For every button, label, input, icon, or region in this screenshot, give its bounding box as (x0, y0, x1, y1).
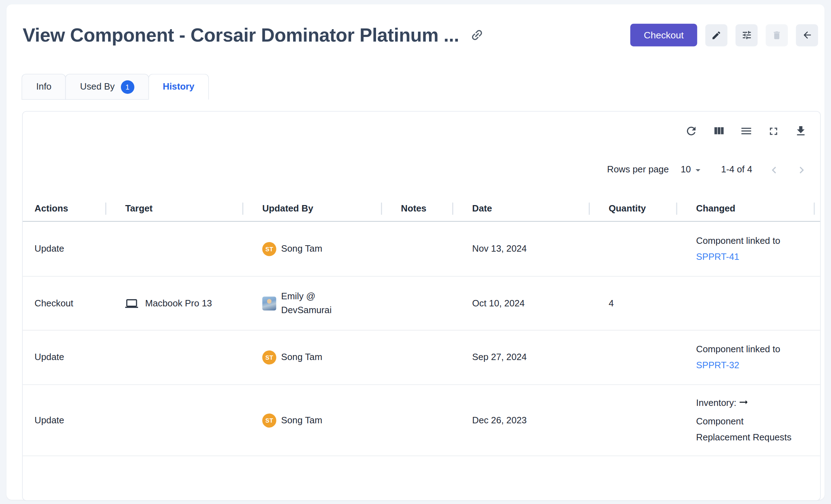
tab-used-by[interactable]: Used By 1 (65, 74, 149, 100)
columns-button[interactable] (712, 124, 725, 137)
rows-per-page-select[interactable]: 10 (681, 164, 704, 176)
page-header: View Component - Corsair Dominator Plati… (6, 4, 825, 46)
avatar: ST (262, 413, 276, 427)
updated-by-name: Song Tam (281, 413, 322, 427)
download-icon (794, 124, 807, 137)
tab-info-label: Info (36, 81, 52, 92)
date-cell: Dec 26, 2023 (452, 385, 589, 456)
target-cell (105, 221, 242, 276)
sliders-icon (741, 30, 752, 40)
target-cell: Macbook Pro 13 (105, 277, 242, 330)
chevron-right-icon (795, 163, 808, 177)
arrow-left-icon (801, 30, 812, 40)
pagination-range: 1-4 of 4 (721, 165, 752, 175)
action-cell: Update (23, 331, 105, 385)
table-header-row: Actions Target Updated By Notes Date Qua… (23, 196, 820, 222)
fullscreen-button[interactable] (767, 125, 780, 137)
updated-by-cell: Emily @ DevSamurai (242, 277, 381, 330)
fullscreen-icon (767, 125, 780, 137)
rows-per-page-value: 10 (681, 165, 691, 175)
updated-by-cell: ST Song Tam (242, 221, 381, 276)
column-header-date[interactable]: Date (452, 196, 589, 221)
table-row: Update ST Song Tam Sep 27, 2024 Componen… (23, 331, 820, 385)
header-actions: Checkout (630, 24, 818, 47)
changed-cell: Component linked to SPPRT-41 (676, 221, 821, 276)
link-icon[interactable] (467, 25, 487, 45)
refresh-icon (685, 124, 698, 137)
columns-icon (712, 124, 725, 137)
grid-footer (23, 456, 820, 499)
changed-text: Component linked to (696, 344, 780, 354)
density-icon (740, 124, 753, 137)
date-cell: Sep 27, 2024 (452, 331, 589, 385)
column-header-updated-by[interactable]: Updated By (242, 196, 381, 221)
trash-icon (772, 30, 782, 40)
refresh-button[interactable] (685, 124, 698, 137)
checkout-button[interactable]: Checkout (630, 24, 697, 47)
changed-cell (676, 277, 821, 330)
action-cell: Checkout (23, 277, 105, 330)
column-header-actions[interactable]: Actions (23, 196, 105, 221)
notes-cell (381, 277, 452, 330)
tab-bar: Info Used By 1 History (22, 74, 825, 100)
notes-cell (381, 331, 452, 385)
app-viewport: View Component - Corsair Dominator Plati… (0, 0, 831, 504)
avatar: ST (262, 242, 276, 256)
laptop-icon (125, 297, 138, 310)
view-component-page: View Component - Corsair Dominator Plati… (6, 4, 825, 500)
grid-toolbar (23, 122, 808, 140)
updated-by-cell: ST Song Tam (242, 385, 381, 456)
next-page-button[interactable] (795, 163, 808, 177)
chevron-down-icon (693, 164, 704, 176)
density-button[interactable] (740, 124, 753, 137)
arrow-right-icon (737, 400, 749, 410)
changed-cell: Inventory: Component Replacement Request… (676, 385, 821, 456)
action-cell: Update (23, 385, 105, 456)
date-cell: Nov 13, 2024 (452, 221, 589, 276)
download-button[interactable] (794, 124, 807, 137)
changed-text: Component linked to (696, 235, 780, 246)
target-cell (105, 385, 242, 456)
column-header-quantity[interactable]: Quantity (589, 196, 676, 221)
changed-cell: Component linked to SPPRT-32 (676, 331, 821, 385)
changed-link[interactable]: SPPRT-41 (696, 252, 739, 262)
rows-per-page-label: Rows per page (607, 165, 669, 175)
action-cell: Update (23, 221, 105, 276)
column-header-notes[interactable]: Notes (381, 196, 452, 221)
avatar: ST (262, 350, 276, 364)
back-button[interactable] (796, 24, 818, 46)
settings-button[interactable] (736, 24, 758, 46)
table-row: Update ST Song Tam Dec 26, 2023 Inventor… (23, 385, 820, 456)
edit-button[interactable] (705, 24, 727, 46)
updated-by-name: Song Tam (281, 242, 322, 256)
changed-text: Component Replacement Requests (696, 416, 792, 442)
updated-by-name: Emily @ DevSamurai (281, 289, 338, 317)
date-cell: Oct 10, 2024 (452, 277, 589, 330)
target-cell (105, 331, 242, 385)
changed-link[interactable]: SPPRT-32 (696, 360, 739, 370)
page-title: View Component - Corsair Dominator Plati… (23, 24, 459, 46)
tab-history[interactable]: History (148, 74, 209, 100)
tab-history-label: History (163, 81, 195, 92)
chevron-left-icon (767, 163, 781, 177)
pencil-icon (711, 30, 721, 40)
delete-button[interactable] (766, 24, 788, 46)
quantity-cell: 4 (589, 277, 676, 330)
target-label: Macbook Pro 13 (145, 298, 212, 309)
column-header-changed[interactable]: Changed (676, 196, 821, 221)
notes-cell (381, 221, 452, 276)
table-row: Update ST Song Tam Nov 13, 2024 Componen… (23, 221, 820, 277)
previous-page-button[interactable] (767, 163, 781, 177)
notes-cell (381, 385, 452, 456)
column-header-target[interactable]: Target (105, 196, 242, 221)
quantity-cell (589, 385, 676, 456)
quantity-cell (589, 221, 676, 276)
avatar (262, 296, 276, 310)
changed-prefix: Inventory: (696, 398, 736, 408)
tab-used-by-label: Used By (80, 81, 115, 92)
updated-by-name: Song Tam (281, 350, 322, 364)
quantity-cell (589, 331, 676, 385)
tab-info[interactable]: Info (22, 74, 66, 100)
grid-pagination: Rows per page 10 1-4 of 4 (23, 159, 812, 181)
used-by-count-badge: 1 (121, 80, 134, 93)
